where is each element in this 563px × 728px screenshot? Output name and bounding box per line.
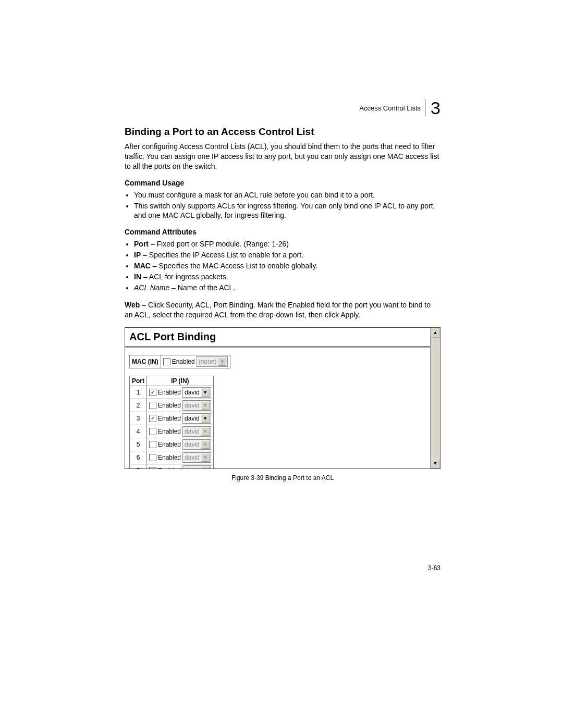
- port-number: 1: [130, 386, 147, 399]
- mac-cell: Enabled (none) ▼: [161, 355, 230, 368]
- port-ip-cell: Enableddavid▼: [147, 399, 214, 412]
- list-item: ACL Name – Name of the ACL.: [134, 283, 440, 293]
- port-acl-select[interactable]: david▼: [182, 439, 211, 450]
- enabled-label: Enabled: [158, 467, 181, 469]
- attr-term: IN: [134, 273, 141, 281]
- enabled-label: Enabled: [158, 454, 181, 461]
- scrollbar[interactable]: ▲ ▼: [430, 328, 440, 468]
- list-item: This switch only supports ACLs for ingre…: [134, 201, 440, 221]
- table-row: 6Enableddavid▼: [130, 451, 214, 464]
- list-item: MAC – Specifies the MAC Access List to e…: [134, 261, 440, 271]
- chevron-down-icon: ▼: [201, 466, 210, 469]
- port-number: 4: [130, 425, 147, 438]
- figure-caption: Figure 3-39 Binding a Port to an ACL: [125, 474, 440, 482]
- port-acl-select[interactable]: david▼: [182, 400, 211, 411]
- attr-term: ACL Name: [134, 283, 169, 292]
- port-number: 3: [130, 412, 147, 425]
- enabled-label: Enabled: [158, 428, 181, 435]
- attr-term: IP: [134, 251, 141, 259]
- table-row: 2Enableddavid▼: [130, 399, 214, 412]
- port-ip-cell: Enableddavid▼: [147, 425, 214, 438]
- port-enabled-checkbox[interactable]: ✓: [149, 415, 156, 422]
- enabled-label: Enabled: [158, 415, 181, 422]
- port-number: 5: [130, 438, 147, 451]
- port-enabled-checkbox[interactable]: [149, 454, 156, 461]
- attr-desc: – ACL for ingress packets.: [141, 273, 228, 281]
- port-acl-value: david: [185, 467, 200, 469]
- figure-panel: ACL Port Binding MAC (IN) Enabled (none)…: [125, 327, 440, 469]
- port-acl-select[interactable]: david▼: [182, 426, 211, 437]
- chevron-down-icon: ▼: [201, 440, 210, 449]
- table-row: 4Enableddavid▼: [130, 425, 214, 438]
- port-enabled-checkbox[interactable]: [149, 441, 156, 448]
- mac-acl-value: (none): [199, 358, 217, 365]
- port-acl-value: david: [185, 428, 200, 435]
- port-acl-select[interactable]: david▼: [182, 465, 211, 469]
- mac-table: MAC (IN) Enabled (none) ▼: [129, 355, 230, 368]
- table-row: 5Enableddavid▼: [130, 438, 214, 451]
- port-ip-cell: Enableddavid▼: [147, 451, 214, 464]
- port-number: 2: [130, 399, 147, 412]
- port-acl-value: david: [185, 415, 200, 422]
- web-rest: – Click Security, ACL, Port Binding. Mar…: [125, 301, 431, 319]
- chevron-down-icon: ▼: [201, 453, 210, 462]
- list-item: IP – Specifies the IP Access List to ena…: [134, 250, 440, 260]
- port-acl-value: david: [185, 389, 200, 396]
- mac-enabled-checkbox[interactable]: [163, 358, 170, 365]
- port-ip-cell: Enableddavid▼: [147, 464, 214, 469]
- port-number: 6: [130, 451, 147, 464]
- enabled-label: Enabled: [158, 441, 181, 448]
- command-usage-list: You must configure a mask for an ACL rul…: [125, 190, 440, 221]
- web-lead: Web: [125, 301, 140, 309]
- port-acl-select[interactable]: david▼: [182, 387, 211, 398]
- scroll-down-icon[interactable]: ▼: [431, 459, 440, 468]
- port-acl-value: david: [185, 441, 200, 448]
- attr-term: Port: [134, 240, 149, 248]
- attr-desc: – Specifies the MAC Access List to enabl…: [151, 262, 317, 270]
- chevron-down-icon: ▼: [201, 388, 210, 397]
- port-enabled-checkbox[interactable]: [149, 428, 156, 435]
- scroll-up-icon[interactable]: ▲: [431, 328, 440, 338]
- panel-title: ACL Port Binding: [129, 331, 436, 343]
- table-row: 7Enableddavid▼: [130, 464, 214, 469]
- port-acl-value: david: [185, 454, 200, 461]
- chevron-down-icon: ▼: [201, 414, 210, 423]
- list-item: IN – ACL for ingress packets.: [134, 272, 440, 282]
- header-section: Access Control Lists: [359, 104, 421, 112]
- page-number: 3-63: [428, 564, 440, 572]
- mac-label: MAC (IN): [130, 355, 161, 368]
- intro-paragraph: After configuring Access Control Lists (…: [125, 142, 440, 171]
- chevron-down-icon: ▼: [201, 427, 210, 436]
- list-item: Port – Fixed port or SFP module. (Range:…: [134, 239, 440, 249]
- port-number: 7: [130, 464, 147, 469]
- enabled-label: Enabled: [158, 402, 181, 409]
- port-ip-cell: ✓Enableddavid▼: [147, 386, 214, 399]
- table-row: 3✓Enableddavid▼: [130, 412, 214, 425]
- attr-desc: – Fixed port or SFP module. (Range: 1-26…: [149, 240, 289, 248]
- mac-acl-select[interactable]: (none) ▼: [197, 356, 228, 367]
- command-attributes-list: Port – Fixed port or SFP module. (Range:…: [125, 239, 440, 292]
- col-port: Port: [130, 376, 147, 386]
- port-enabled-checkbox[interactable]: ✓: [149, 389, 156, 396]
- attr-term: MAC: [134, 262, 151, 270]
- port-table: Port IP (IN) 1✓Enableddavid▼2Enableddavi…: [129, 376, 214, 469]
- enabled-label: Enabled: [172, 358, 195, 365]
- port-ip-cell: ✓Enableddavid▼: [147, 412, 214, 425]
- attr-desc: – Specifies the IP Access List to enable…: [141, 251, 303, 259]
- command-attributes-heading: Command Attributes: [125, 228, 440, 236]
- attr-desc: – Name of the ACL.: [169, 283, 235, 292]
- enabled-label: Enabled: [158, 389, 181, 396]
- port-acl-value: david: [185, 402, 200, 409]
- chapter-number: 3: [425, 99, 440, 117]
- table-row: 1✓Enableddavid▼: [130, 386, 214, 399]
- port-enabled-checkbox[interactable]: [149, 467, 156, 469]
- col-ip: IP (IN): [147, 376, 214, 386]
- port-enabled-checkbox[interactable]: [149, 402, 156, 409]
- port-ip-cell: Enableddavid▼: [147, 438, 214, 451]
- list-item: You must configure a mask for an ACL rul…: [134, 190, 440, 200]
- web-paragraph: Web – Click Security, ACL, Port Binding.…: [125, 300, 440, 320]
- divider: [125, 346, 436, 348]
- port-acl-select[interactable]: david▼: [182, 413, 211, 424]
- port-acl-select[interactable]: david▼: [182, 452, 211, 463]
- chevron-down-icon: ▼: [201, 401, 210, 410]
